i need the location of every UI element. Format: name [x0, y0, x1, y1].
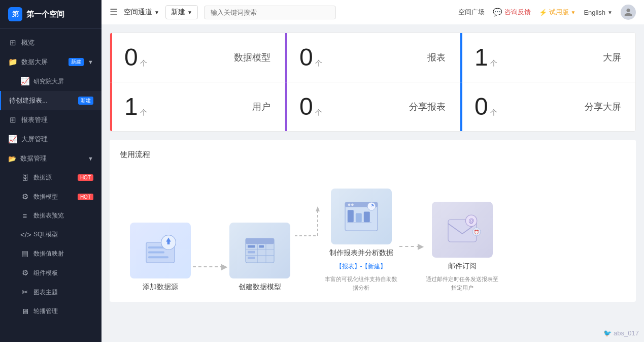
stat-card-user: 1 个 用户 [110, 82, 285, 131]
sidebar-item-data-mgmt[interactable]: 📂 数据管理 ▼ [0, 149, 101, 168]
screen-icon: 🖥 [20, 307, 29, 316]
header-new-button[interactable]: 新建 ▼ [165, 5, 198, 19]
stat-card-share-report: 0 个 分享报表 [285, 82, 460, 131]
lang-chevron-icon: ▼ [607, 10, 613, 15]
user-avatar[interactable] [621, 5, 636, 20]
chat-icon: 💬 [493, 8, 502, 17]
chart-icon-svg [341, 196, 382, 237]
sidebar-item-pending[interactable]: 待创建报表... 新建 [0, 91, 101, 110]
sidebar-label-sql-model: SQL模型 [33, 230, 93, 239]
component-icon: ⚙ [20, 268, 29, 277]
flow-step-label-make-report: 制作报表并分析数据 [329, 248, 393, 258]
header-right: 空间广场 💬 咨询反馈 ⚡ 试用版 ▼ English ▼ [458, 5, 636, 20]
consult-link[interactable]: 💬 咨询反馈 [493, 8, 531, 17]
stat-number-user: 1 个 [124, 95, 147, 119]
sidebar-item-component-template[interactable]: ⚙ 组件模板 [0, 263, 101, 283]
table-icon-svg [240, 230, 280, 271]
sidebar-item-overview[interactable]: ⊞ 概览 [0, 33, 101, 52]
code-icon: </> [20, 230, 29, 239]
header: ☰ 空间通道 ▼ 新建 ▼ 空间广场 💬 咨询反馈 ⚡ 试用版 ▼ Englis… [101, 0, 644, 24]
list-icon: ≡ [20, 211, 29, 220]
sidebar-nav: ⊞ 概览 📁 数据大屏 新建 ▼ 📈 研究院大屏 待创建报表... 新建 ⊞ 报… [0, 29, 101, 325]
stat-label-data-model: 数据模型 [234, 51, 270, 64]
lightning-icon: ⚡ [539, 9, 547, 16]
add-source-illustration [130, 223, 191, 278]
header-channel[interactable]: 空间通道 ▼ [124, 8, 159, 17]
sidebar-item-chart-theme[interactable]: ✂ 图表主题 [0, 283, 101, 302]
sidebar-item-data-model[interactable]: ⚙ 数据模型 HOT [0, 187, 101, 206]
stat-label-share-screen: 分享大屏 [585, 101, 621, 113]
svg-text:⏰: ⏰ [474, 229, 479, 234]
menu-icon[interactable]: ☰ [110, 7, 118, 18]
grid-icon: ⊞ [8, 38, 17, 47]
flow-step-make-report: 制作报表并分析数据 【报表】-【新建】 丰富的可视化组件支持自助数据分析 [325, 189, 397, 292]
stat-unit-report: 个 [315, 59, 322, 68]
new-badge-data-screen[interactable]: 新建 [69, 58, 84, 66]
flow-arrow-2 [290, 200, 325, 241]
sidebar-item-carousel-mgmt[interactable]: 🖥 轮播管理 [0, 302, 101, 321]
flow-step-add-source: 添加数据源 [130, 223, 191, 292]
svg-rect-2 [148, 252, 164, 254]
flow-arrow-1: ▶ [191, 262, 229, 271]
logo-badge: 第 [8, 7, 22, 21]
sidebar-item-data-table-preview[interactable]: ≡ 数据表预览 [0, 206, 101, 225]
map-icon: ▤ [20, 249, 29, 258]
space-market-link[interactable]: 空间广场 [458, 8, 485, 17]
stat-number-share-screen: 0 个 [474, 95, 497, 119]
stat-card-screen: 1 个 大屏 [460, 33, 635, 82]
sidebar-label-data-model: 数据模型 [33, 193, 72, 201]
theme-icon: ✂ [20, 288, 29, 297]
svg-rect-22 [347, 210, 353, 222]
stat-number-data-model: 0 个 [124, 45, 147, 70]
svg-rect-16 [248, 257, 255, 259]
content-area: 0 个 数据模型 0 个 报表 1 个 大屏 [101, 24, 644, 342]
svg-marker-17 [316, 206, 320, 211]
stat-unit-share-report: 个 [315, 108, 322, 117]
stat-unit-data-model: 个 [140, 59, 147, 68]
trial-chevron-icon: ▼ [571, 10, 576, 15]
sidebar-label-research-screen: 研究院大屏 [33, 77, 93, 86]
stat-unit-share-screen: 个 [490, 108, 497, 117]
trial-link[interactable]: ⚡ 试用版 ▼ [539, 8, 576, 17]
sidebar-label-chart-theme: 图表主题 [33, 288, 93, 297]
svg-point-21 [351, 203, 354, 206]
sidebar-label-pending: 待创建报表... [9, 96, 74, 105]
svg-rect-15 [248, 251, 255, 254]
sidebar-logo[interactable]: 第 第一个空间 [0, 0, 101, 29]
new-badge-pending[interactable]: 新建 [78, 97, 93, 105]
chevron-icon-data-mgmt: ▼ [88, 156, 93, 162]
sidebar-item-data-value-map[interactable]: ▤ 数据值映射 [0, 244, 101, 263]
sidebar-label-data-mgmt: 数据管理 [20, 154, 47, 163]
sidebar-item-data-source[interactable]: 🗄 数据源 HOT [0, 168, 101, 187]
sidebar-item-sql-model[interactable]: </> SQL模型 [0, 225, 101, 244]
stat-unit-screen: 个 [490, 59, 497, 68]
sidebar-item-research-screen[interactable]: 📈 研究院大屏 [0, 72, 101, 91]
create-model-illustration [229, 223, 290, 278]
stat-number-report: 0 个 [299, 45, 322, 70]
table-icon: ⊞ [8, 115, 17, 125]
stat-num-share-screen: 0 [474, 95, 488, 119]
search-input[interactable] [204, 6, 336, 19]
sidebar: 第 第一个空间 ⊞ 概览 📁 数据大屏 新建 ▼ 📈 研究院大屏 待创建报表..… [0, 0, 101, 342]
channel-label: 空间通道 [124, 8, 152, 17]
curved-arrow-icon [292, 200, 323, 241]
stat-card-share-screen: 0 个 分享大屏 [460, 82, 635, 131]
main-wrapper: ☰ 空间通道 ▼ 新建 ▼ 空间广场 💬 咨询反馈 ⚡ 试用版 ▼ Englis… [101, 0, 644, 342]
svg-rect-13 [248, 245, 255, 248]
sidebar-label-component-template: 组件模板 [33, 269, 93, 277]
stat-unit-user: 个 [140, 108, 147, 117]
sidebar-item-data-screen[interactable]: 📁 数据大屏 新建 ▼ [0, 52, 101, 72]
flow-step-label-add-source: 添加数据源 [143, 283, 178, 292]
stat-label-screen: 大屏 [603, 51, 621, 64]
arrow-head-3: ▶ [418, 241, 424, 251]
usage-section: 使用流程 添加数据源 [110, 140, 636, 302]
stat-number-screen: 1 个 [474, 45, 497, 70]
stat-label-report: 报表 [427, 51, 446, 64]
model-icon: ⚙ [20, 192, 29, 201]
sidebar-item-report-mgmt[interactable]: ⊞ 报表管理 [0, 110, 101, 130]
svg-rect-8 [246, 238, 274, 244]
chart-line-icon: 📈 [20, 77, 29, 86]
arrow-head-1: ▶ [221, 262, 227, 271]
sidebar-item-screen-mgmt[interactable]: 📈 大屏管理 [0, 130, 101, 149]
lang-select[interactable]: English ▼ [584, 9, 613, 16]
